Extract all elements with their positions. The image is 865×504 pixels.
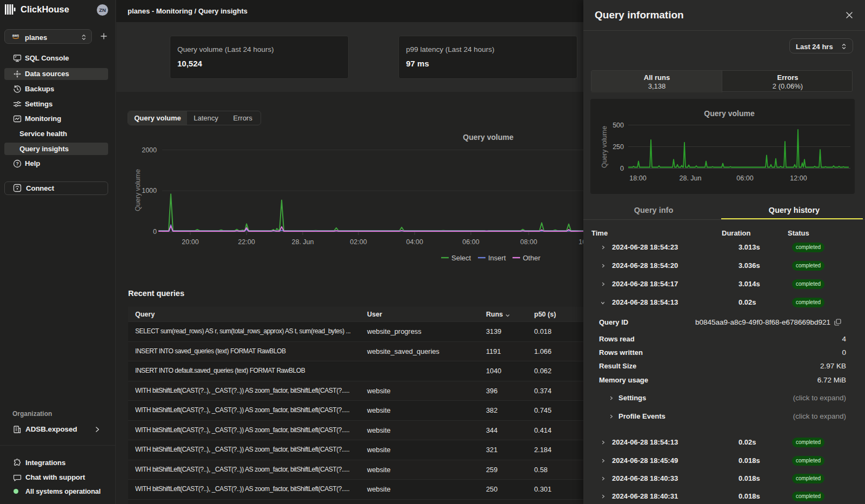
svg-text:Query volume: Query volume [134,169,142,211]
svg-text:Other: Other [523,254,541,262]
svg-text:1000: 1000 [142,187,157,194]
svg-text:Insert: Insert [488,254,506,262]
svg-text:12:00: 12:00 [790,174,807,182]
svg-text:04:00: 04:00 [406,238,423,246]
svg-text:06:00: 06:00 [462,238,479,246]
svg-text:Query volume: Query volume [463,133,514,142]
svg-text:250: 250 [613,143,624,151]
svg-text:500: 500 [613,122,624,129]
svg-text:Query volume: Query volume [704,109,755,118]
svg-text:10:00: 10:00 [578,238,583,246]
svg-text:Query volume: Query volume [601,126,608,168]
svg-text:2000: 2000 [142,146,157,154]
svg-text:0: 0 [620,165,624,172]
svg-text:28. Jun: 28. Jun [679,174,701,182]
svg-text:06:00: 06:00 [736,174,753,182]
svg-text:?: ? [16,161,18,166]
svg-text:20:00: 20:00 [182,238,198,246]
svg-text:Select: Select [451,254,471,262]
svg-text:28. Jun: 28. Jun [291,238,314,246]
svg-text:0: 0 [153,228,157,236]
svg-text:08:00: 08:00 [520,238,537,246]
svg-text:02:00: 02:00 [350,238,367,246]
svg-text:18:00: 18:00 [629,174,646,182]
svg-text:22:00: 22:00 [238,238,255,246]
svg-text:aws: aws [12,33,19,37]
